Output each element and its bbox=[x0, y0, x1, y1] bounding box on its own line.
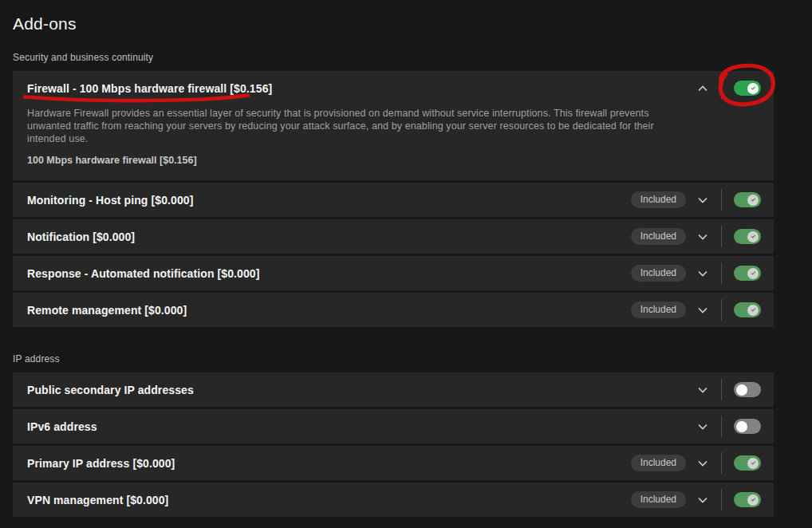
toggle-switch-off[interactable] bbox=[734, 419, 761, 434]
toggle-handle bbox=[747, 305, 759, 316]
toggle-handle bbox=[747, 195, 759, 206]
addon-title: Monitoring - Host ping [$0.000] bbox=[27, 194, 193, 207]
addon-row-controls: Included bbox=[631, 489, 761, 510]
addon-row: Public secondary IP addresses bbox=[13, 372, 774, 407]
addon-title: IPv6 address bbox=[27, 420, 97, 433]
toggle-switch-included[interactable] bbox=[734, 229, 761, 244]
toggle-handle bbox=[747, 231, 759, 242]
addon-row: VPN management [$0.000] Included bbox=[13, 483, 774, 517]
addon-row-header[interactable]: Remote management [$0.000] Included bbox=[13, 293, 774, 327]
addon-title: Notification [$0.000] bbox=[27, 231, 135, 243]
chevron-up-icon[interactable] bbox=[696, 82, 709, 95]
addon-row-header[interactable]: Primary IP address [$0.000] Included bbox=[13, 446, 774, 480]
addon-title: Response - Automated notification [$0.00… bbox=[27, 267, 260, 280]
toggle-handle bbox=[747, 83, 759, 94]
chevron-down-icon[interactable] bbox=[696, 231, 709, 243]
addon-row: IPv6 address bbox=[13, 409, 774, 443]
addon-row-controls bbox=[696, 416, 761, 437]
addon-row: Remote management [$0.000] Included bbox=[13, 293, 774, 327]
addon-row: Notification [$0.000] Included bbox=[13, 219, 774, 254]
chevron-down-icon[interactable] bbox=[696, 304, 709, 317]
addon-row-header[interactable]: Response - Automated notification [$0.00… bbox=[13, 256, 774, 290]
addon-selected-option: 100 Mbps hardware firewall [$0.156] bbox=[27, 155, 682, 166]
page-title: Add-ons bbox=[13, 14, 774, 33]
addon-row-controls: Included bbox=[631, 189, 761, 211]
toggle-handle bbox=[736, 384, 747, 396]
section-label-ip: IP address bbox=[13, 353, 774, 364]
toggle-switch-off[interactable] bbox=[734, 382, 761, 397]
chevron-down-icon[interactable] bbox=[696, 420, 709, 433]
control-divider bbox=[721, 189, 722, 211]
chevron-down-icon[interactable] bbox=[696, 267, 709, 280]
control-divider bbox=[721, 452, 722, 474]
control-divider bbox=[721, 262, 722, 284]
addon-row-header[interactable]: IPv6 address bbox=[13, 409, 774, 443]
toggle-handle bbox=[747, 268, 759, 279]
addon-row-header[interactable]: Public secondary IP addresses bbox=[13, 372, 774, 407]
control-divider bbox=[721, 379, 722, 400]
control-divider bbox=[721, 489, 722, 510]
addon-description: Hardware Firewall provides an essential … bbox=[27, 107, 682, 145]
toggle-handle bbox=[747, 458, 759, 469]
addon-row-body: Hardware Firewall provides an essential … bbox=[13, 105, 774, 180]
ip-addons-list: Public secondary IP addresses IPv6 addre… bbox=[13, 372, 774, 519]
addon-row-header[interactable]: Notification [$0.000] Included bbox=[13, 219, 774, 254]
toggle-switch-included[interactable] bbox=[734, 192, 761, 207]
addon-row-controls: Included bbox=[631, 299, 761, 321]
addon-title: Primary IP address [$0.000] bbox=[27, 457, 175, 470]
toggle-handle bbox=[747, 495, 759, 506]
chevron-down-icon[interactable] bbox=[696, 384, 709, 396]
addon-row-controls bbox=[696, 77, 761, 99]
included-badge: Included bbox=[631, 228, 686, 245]
addon-row-controls: Included bbox=[631, 452, 761, 474]
addon-title: Remote management [$0.000] bbox=[27, 304, 187, 317]
toggle-handle bbox=[736, 421, 747, 432]
addon-title: Firewall - 100 Mbps hardware firewall [$… bbox=[27, 82, 272, 95]
addon-row-controls: Included bbox=[631, 262, 761, 284]
toggle-switch-included[interactable] bbox=[734, 302, 761, 317]
addon-row: Response - Automated notification [$0.00… bbox=[13, 256, 774, 290]
addon-row: Firewall - 100 Mbps hardware firewall [$… bbox=[13, 71, 774, 180]
included-badge: Included bbox=[631, 491, 686, 508]
toggle-switch-included[interactable] bbox=[734, 492, 761, 507]
toggle-switch-included[interactable] bbox=[734, 266, 761, 281]
toggle-switch-included[interactable] bbox=[734, 455, 761, 471]
chevron-down-icon[interactable] bbox=[696, 194, 709, 207]
security-addons-list: Firewall - 100 Mbps hardware firewall [$… bbox=[13, 71, 774, 329]
addon-title: Public secondary IP addresses bbox=[27, 384, 194, 396]
addon-row-controls bbox=[696, 379, 761, 400]
included-badge: Included bbox=[631, 301, 686, 318]
section-label-security: Security and business continuity bbox=[13, 52, 774, 63]
included-badge: Included bbox=[631, 455, 686, 471]
control-divider bbox=[721, 299, 722, 321]
addons-panel: Add-ons Security and business continuity… bbox=[0, 0, 812, 528]
control-divider bbox=[721, 416, 722, 437]
chevron-down-icon[interactable] bbox=[696, 457, 709, 470]
addon-row: Primary IP address [$0.000] Included bbox=[13, 446, 774, 480]
included-badge: Included bbox=[631, 265, 686, 282]
control-divider bbox=[721, 226, 722, 247]
control-divider bbox=[721, 77, 722, 99]
toggle-switch-on[interactable] bbox=[734, 81, 761, 96]
addon-row: Monitoring - Host ping [$0.000] Included bbox=[13, 183, 774, 217]
addon-row-header[interactable]: VPN management [$0.000] Included bbox=[13, 483, 774, 517]
addon-row-header[interactable]: Firewall - 100 Mbps hardware firewall [$… bbox=[13, 71, 774, 105]
addon-row-header[interactable]: Monitoring - Host ping [$0.000] Included bbox=[13, 183, 774, 217]
addon-title: VPN management [$0.000] bbox=[27, 494, 168, 506]
chevron-down-icon[interactable] bbox=[696, 494, 709, 506]
addon-row-controls: Included bbox=[631, 226, 761, 247]
included-badge: Included bbox=[631, 191, 686, 208]
